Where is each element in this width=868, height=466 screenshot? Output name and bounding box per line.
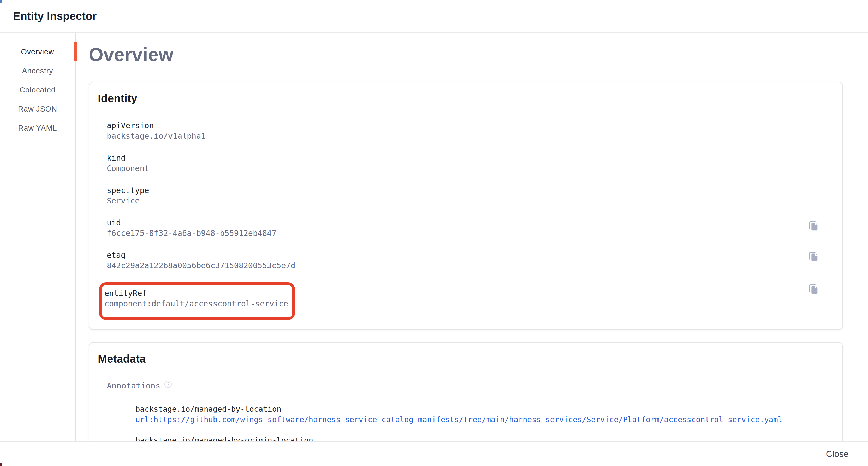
tab-raw-json[interactable]: Raw JSON xyxy=(0,99,75,119)
annotation-list: backstage.io/managed-by-location url:htt… xyxy=(135,404,834,441)
tab-ancestry[interactable]: Ancestry xyxy=(0,61,75,81)
field-value: 842c29a2a12268a0056be6c371508200553c5e7d xyxy=(107,260,834,271)
backdrop-corner-bottom xyxy=(0,463,2,466)
backdrop-corner-top xyxy=(0,0,2,3)
tab-overview[interactable]: Overview xyxy=(0,42,75,61)
tab-label: Colocated xyxy=(20,86,56,94)
close-button[interactable]: Close xyxy=(819,446,856,462)
dialog-header: Entity Inspector xyxy=(0,0,868,33)
tab-label: Raw JSON xyxy=(18,105,57,113)
copy-icon xyxy=(807,220,819,232)
copy-uid-button[interactable] xyxy=(807,220,819,232)
field-value: backstage.io/v1alpha1 xyxy=(107,131,834,141)
identity-card-title: Identity xyxy=(98,92,834,105)
tab-raw-yaml[interactable]: Raw YAML xyxy=(0,119,75,138)
dialog-title: Entity Inspector xyxy=(13,10,97,23)
field-label: entityRef xyxy=(104,288,288,298)
field-kind: kind Component xyxy=(107,153,834,174)
field-label: apiVersion xyxy=(107,120,834,131)
tab-label: Ancestry xyxy=(22,67,53,75)
annotations-label-text: Annotations xyxy=(107,381,160,390)
annotation-value-link[interactable]: url:https://github.com/wings-software/ha… xyxy=(135,414,834,425)
tab-colocated[interactable]: Colocated xyxy=(0,81,75,99)
field-etag: etag 842c29a2a12268a0056be6c371508200553… xyxy=(107,250,834,271)
field-value: f6cce175-8f32-4a6a-b948-b55912eb4847 xyxy=(107,228,834,238)
copy-etag-button[interactable] xyxy=(807,251,819,263)
field-value: component:default/accesscontrol-service xyxy=(104,298,288,309)
copy-icon xyxy=(807,251,819,263)
annotations-section-label: Annotations ? xyxy=(107,381,834,390)
copy-entityref-button[interactable] xyxy=(807,283,819,295)
field-label: uid xyxy=(107,217,834,228)
copy-icon xyxy=(807,283,819,295)
identity-fields: apiVersion backstage.io/v1alpha1 kind Co… xyxy=(107,120,834,320)
field-label: kind xyxy=(107,153,834,163)
identity-card: Identity apiVersion backstage.io/v1alpha… xyxy=(89,82,843,330)
field-uid: uid f6cce175-8f32-4a6a-b948-b55912eb4847 xyxy=(107,217,834,238)
metadata-card-title: Metadata xyxy=(98,353,834,365)
dialog-footer: Close xyxy=(0,441,868,466)
tab-label: Raw YAML xyxy=(18,124,57,133)
field-value: Component xyxy=(107,163,834,174)
annotation-key: backstage.io/managed-by-origin-location xyxy=(135,435,834,441)
page-title: Overview xyxy=(89,44,843,65)
field-entityref-highlighted: entityRef component:default/accesscontro… xyxy=(99,282,295,320)
field-label: spec.type xyxy=(107,185,834,196)
field-apiversion: apiVersion backstage.io/v1alpha1 xyxy=(107,120,834,141)
field-spec-type: spec.type Service xyxy=(107,185,834,206)
tab-label: Overview xyxy=(21,48,54,56)
annotation-managed-by-origin-location: backstage.io/managed-by-origin-location … xyxy=(135,435,834,441)
active-tab-indicator xyxy=(74,42,77,61)
annotation-managed-by-location: backstage.io/managed-by-location url:htt… xyxy=(135,404,834,425)
dialog-body: Overview Ancestry Colocated Raw JSON Raw… xyxy=(0,33,868,441)
inspector-tabs: Overview Ancestry Colocated Raw JSON Raw… xyxy=(0,33,76,441)
field-value: Service xyxy=(107,196,834,206)
help-icon[interactable]: ? xyxy=(164,381,172,388)
annotation-key: backstage.io/managed-by-location xyxy=(135,404,834,414)
metadata-card: Metadata Annotations ? backstage.io/mana… xyxy=(89,342,843,441)
field-label: etag xyxy=(107,250,834,260)
tab-panel-overview: Overview Identity apiVersion backstage.i… xyxy=(76,33,868,441)
